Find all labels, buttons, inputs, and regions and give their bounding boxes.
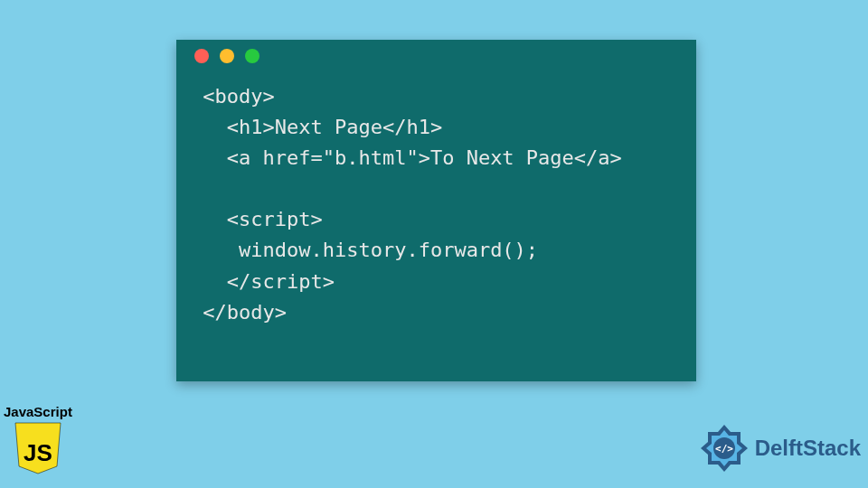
code-block: <body> <h1>Next Page</h1> <a href="b.htm… xyxy=(176,72,696,343)
delftstack-text: DelftStack xyxy=(755,436,861,461)
delftstack-icon: </> xyxy=(699,423,750,474)
delftstack-logo: </> DelftStack xyxy=(699,423,861,474)
code-window: <body> <h1>Next Page</h1> <a href="b.htm… xyxy=(176,40,696,381)
js-shield-text: JS xyxy=(24,439,52,466)
window-titlebar xyxy=(176,40,696,72)
javascript-label: JavaScript xyxy=(4,404,72,419)
maximize-icon xyxy=(245,49,259,63)
close-icon xyxy=(194,49,209,63)
javascript-shield-icon: JS xyxy=(14,421,62,475)
svg-text:</>: </> xyxy=(715,443,733,455)
javascript-logo: JavaScript JS xyxy=(4,404,72,479)
minimize-icon xyxy=(220,49,234,63)
